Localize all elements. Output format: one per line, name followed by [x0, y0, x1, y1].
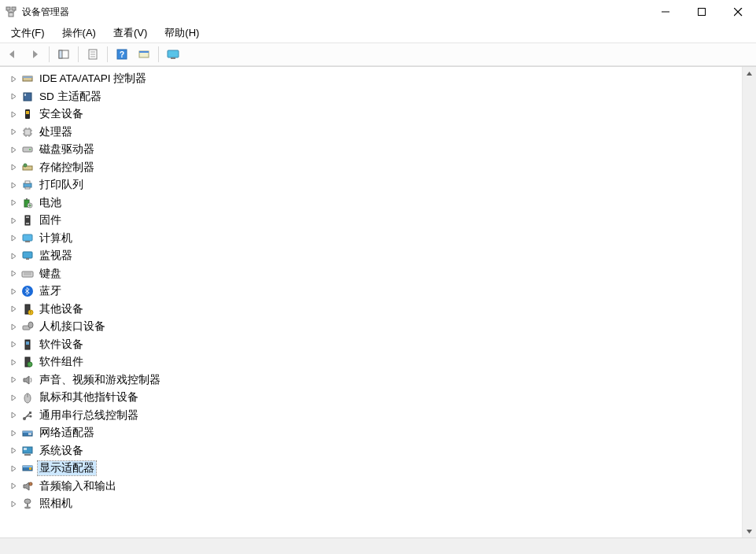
tree-item[interactable]: 网络适配器 [8, 424, 742, 442]
tree-item[interactable]: 显示适配器 [8, 460, 742, 478]
scan-button[interactable] [134, 45, 154, 64]
expand-toggle-icon[interactable] [8, 109, 19, 120]
tree-item[interactable]: 磁盘驱动器 [8, 141, 742, 159]
properties-button[interactable] [83, 45, 103, 64]
expand-toggle-icon[interactable] [8, 215, 19, 226]
tree-item[interactable]: 键盘 [8, 265, 742, 283]
expand-toggle-icon[interactable] [8, 339, 19, 350]
expand-toggle-icon[interactable] [8, 250, 19, 261]
tree-item[interactable]: 照相机 [8, 495, 742, 513]
expand-toggle-icon[interactable] [8, 445, 19, 456]
tree-item[interactable]: 通用串行总线控制器 [8, 407, 742, 425]
tree-item-label[interactable]: 软件组件 [38, 355, 85, 369]
scroll-up-arrow[interactable] [743, 67, 756, 80]
tree-item[interactable]: SD 主适配器 [8, 88, 742, 106]
device-tree[interactable]: IDE ATA/ATAPI 控制器SD 主适配器安全设备处理器磁盘驱动器存储控制… [0, 67, 742, 538]
expand-toggle-icon[interactable] [8, 463, 19, 474]
tree-item-label[interactable]: 监视器 [38, 249, 74, 263]
monitor-button[interactable] [163, 45, 183, 64]
expand-toggle-icon[interactable] [8, 321, 19, 332]
forward-button[interactable] [24, 45, 45, 64]
svg-point-83 [24, 499, 31, 504]
vertical-scrollbar[interactable] [742, 67, 756, 538]
expand-toggle-icon[interactable] [8, 356, 19, 367]
tree-item-label[interactable]: 鼠标和其他指针设备 [38, 390, 140, 404]
minimize-button[interactable] [647, 0, 684, 24]
expand-toggle-icon[interactable] [8, 198, 19, 209]
tree-item-label[interactable]: 音频输入和输出 [38, 479, 118, 493]
tree-item-label[interactable]: 人机接口设备 [38, 319, 107, 334]
show-hide-console-button[interactable] [53, 45, 74, 64]
tree-item[interactable]: 声音、视频和游戏控制器 [8, 371, 742, 390]
tree-item-label[interactable]: 声音、视频和游戏控制器 [38, 373, 162, 387]
tree-item-label[interactable]: 其他设备 [38, 302, 85, 316]
tree-item-label[interactable]: SD 主适配器 [38, 90, 103, 104]
tree-item-label[interactable]: 蓝牙 [38, 284, 63, 298]
expand-toggle-icon[interactable] [8, 498, 19, 509]
menu-help[interactable]: 帮助(H) [157, 24, 207, 42]
tree-item-label[interactable]: 通用串行总线控制器 [38, 408, 140, 423]
expand-toggle-icon[interactable] [8, 410, 19, 421]
tree-item[interactable]: 软件设备 [8, 336, 742, 354]
svg-text:?: ? [120, 50, 124, 59]
help-button[interactable]: ? [112, 45, 132, 64]
menu-file[interactable]: 文件(F) [3, 24, 53, 42]
close-button[interactable] [720, 0, 756, 24]
menu-view[interactable]: 查看(V) [105, 24, 155, 42]
expand-toggle-icon[interactable] [8, 375, 19, 386]
expand-toggle-icon[interactable] [8, 427, 19, 438]
tree-item[interactable]: 处理器 [8, 124, 742, 142]
tree-item[interactable]: 电池 [8, 194, 742, 212]
tree-item-label[interactable]: 固件 [38, 213, 63, 227]
tree-item-label[interactable]: 磁盘驱动器 [38, 142, 96, 157]
tree-item[interactable]: 固件 [8, 212, 742, 230]
tree-item[interactable]: 安全设备 [8, 105, 742, 124]
tree-item[interactable]: 音频输入和输出 [8, 478, 742, 496]
menu-action[interactable]: 操作(A) [54, 24, 104, 42]
svg-rect-74 [23, 431, 32, 433]
tree-item-label[interactable]: 打印队列 [38, 178, 85, 192]
tree-item-label[interactable]: 存储控制器 [38, 161, 96, 175]
tree-item[interactable]: 计算机 [8, 230, 742, 248]
tree-item-label[interactable]: 处理器 [38, 125, 74, 139]
tree-item[interactable]: 监视器 [8, 247, 742, 265]
tree-item[interactable]: 人机接口设备 [8, 318, 742, 336]
expand-toggle-icon[interactable] [8, 162, 19, 173]
svg-point-67 [28, 362, 32, 367]
expand-toggle-icon[interactable] [8, 268, 19, 279]
tree-item-label[interactable]: 照相机 [38, 497, 74, 511]
scroll-down-arrow[interactable] [743, 525, 756, 538]
tree-item-label[interactable]: 计算机 [38, 231, 74, 246]
tree-item[interactable]: IDE ATA/ATAPI 控制器 [8, 70, 742, 88]
tree-item[interactable]: 软件组件 [8, 353, 742, 371]
expand-toggle-icon[interactable] [8, 233, 19, 244]
tree-item[interactable]: 存储控制器 [8, 159, 742, 177]
tree-item-label[interactable]: 软件设备 [38, 338, 85, 352]
maximize-button[interactable] [684, 0, 720, 24]
expand-toggle-icon[interactable] [8, 481, 19, 492]
expand-toggle-icon[interactable] [8, 286, 19, 297]
tree-item-label[interactable]: 电池 [38, 196, 63, 210]
tree-item[interactable]: !其他设备 [8, 301, 742, 319]
tree-item[interactable]: 打印队列 [8, 176, 742, 194]
tree-item-label[interactable]: 安全设备 [38, 107, 85, 121]
svg-rect-12 [59, 50, 62, 58]
tree-item-label[interactable]: 键盘 [38, 267, 63, 281]
tree-item[interactable]: 蓝牙 [8, 283, 742, 301]
expand-toggle-icon[interactable] [8, 73, 19, 84]
tree-item-label[interactable]: 显示适配器 [38, 461, 96, 475]
back-button[interactable] [2, 45, 23, 64]
expand-toggle-icon[interactable] [8, 91, 19, 102]
svg-rect-81 [29, 467, 31, 470]
tree-item[interactable]: 系统设备 [8, 442, 742, 460]
expand-toggle-icon[interactable] [8, 127, 19, 138]
tree-item-label[interactable]: IDE ATA/ATAPI 控制器 [38, 72, 148, 86]
tree-item-label[interactable]: 网络适配器 [38, 426, 96, 440]
tree-item-label[interactable]: 系统设备 [38, 444, 85, 458]
expand-toggle-icon[interactable] [8, 304, 19, 315]
svg-rect-17 [117, 50, 127, 59]
expand-toggle-icon[interactable] [8, 392, 19, 403]
expand-toggle-icon[interactable] [8, 144, 19, 155]
expand-toggle-icon[interactable] [8, 179, 19, 190]
tree-item[interactable]: 鼠标和其他指针设备 [8, 389, 742, 407]
